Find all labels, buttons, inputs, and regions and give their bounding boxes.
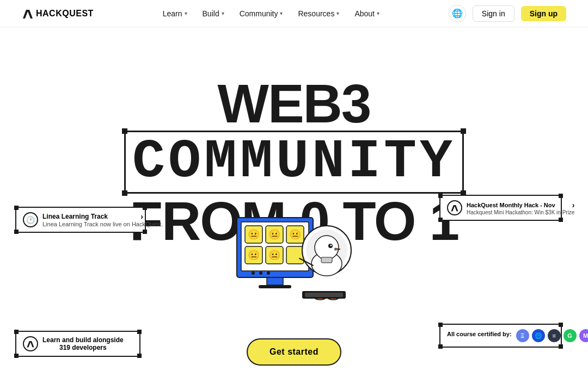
nav-community[interactable]: Community ▾ xyxy=(240,9,283,18)
learn-card-title: Learn and build alongside xyxy=(42,336,124,344)
hero-line1: WEB3 xyxy=(0,76,588,131)
corner-tr xyxy=(559,194,563,198)
corner-tl xyxy=(438,323,443,327)
corner-tl xyxy=(438,194,443,198)
m-icon: M xyxy=(579,329,588,342)
lines-icon: ≡ xyxy=(548,329,561,342)
svg-point-17 xyxy=(259,271,262,275)
corner-br xyxy=(143,230,147,234)
corner-tr xyxy=(137,330,142,334)
svg-point-22 xyxy=(315,236,339,259)
hero-line2: COMMUNITY xyxy=(124,131,464,194)
monthly-card-subtitle: Hackquest Mini Hackathon: Win $3K in Pri… xyxy=(467,209,574,215)
hero-section: WEB3 COMMUNITY FROM 0 TO 1 😐 😐 😐 😐 xyxy=(0,27,588,371)
learn-card-content: Learn and build alongside 319 developers xyxy=(42,336,124,351)
hero-illustration: 😐 😐 😐 😐 😐 xyxy=(220,207,367,323)
svg-rect-14 xyxy=(267,277,283,285)
svg-marker-32 xyxy=(27,341,34,348)
nav-about[interactable]: About ▾ xyxy=(354,9,379,18)
chevron-icon: ▾ xyxy=(336,10,339,16)
svg-rect-15 xyxy=(259,285,291,288)
monthly-card-title: HackQuest Monthly Hack - Nov › xyxy=(467,201,574,209)
logo-icon xyxy=(22,8,34,20)
chevron-icon: ▾ xyxy=(280,10,283,16)
svg-marker-0 xyxy=(23,10,33,18)
corner-tl xyxy=(14,206,19,210)
cert-icons-row: Ξ 🌐 ≡ G M ◑ ◑ ⬡ xyxy=(516,329,588,342)
corner-tl xyxy=(14,330,19,334)
svg-marker-33 xyxy=(451,205,458,212)
corner-br xyxy=(559,218,563,222)
corner-br xyxy=(137,354,142,358)
svg-text:😐: 😐 xyxy=(248,228,260,240)
signup-button[interactable]: Sign up xyxy=(521,6,566,21)
chevron-icon: ▾ xyxy=(377,10,379,16)
corner-bl xyxy=(438,218,443,222)
chevron-icon: ▾ xyxy=(222,10,224,16)
nav-learn[interactable]: Learn ▾ xyxy=(163,9,187,18)
nav-resources[interactable]: Resources ▾ xyxy=(298,9,339,18)
arrow-icon: › xyxy=(140,212,143,221)
nav-build[interactable]: Build ▾ xyxy=(203,9,224,18)
language-button[interactable]: 🌐 xyxy=(449,5,466,22)
learn-card[interactable]: Learn and build alongside 319 developers xyxy=(15,331,140,357)
linea-card-title: Linea Learning Track › xyxy=(42,212,143,221)
corner-tr xyxy=(559,323,563,327)
svg-text:😐: 😐 xyxy=(289,228,302,240)
chevron-icon: ▾ xyxy=(185,10,187,16)
certified-card[interactable]: All course certified by: Ξ 🌐 ≡ G M ◑ ◑ ⬡ xyxy=(439,324,562,348)
signin-button[interactable]: Sign in xyxy=(473,5,514,22)
corner-tr xyxy=(143,206,147,210)
svg-text:😐: 😐 xyxy=(248,249,260,261)
svg-rect-26 xyxy=(321,257,332,263)
g-icon: G xyxy=(564,329,577,342)
monthly-card[interactable]: HackQuest Monthly Hack - Nov › Hackquest… xyxy=(439,195,562,221)
corner-bl xyxy=(14,354,19,358)
svg-rect-13 xyxy=(286,246,304,264)
svg-point-18 xyxy=(267,271,270,275)
clock-icon: 🕐 xyxy=(23,212,38,227)
corner-bl xyxy=(438,344,443,349)
nav-actions: 🌐 Sign in Sign up xyxy=(449,5,566,22)
corner-decoration xyxy=(461,128,466,134)
corner-decoration xyxy=(122,128,127,134)
navbar: HACKQUEST Learn ▾ Build ▾ Community ▾ Re… xyxy=(0,0,588,27)
logo-text: HACKQUEST xyxy=(36,9,94,18)
corner-br xyxy=(559,344,563,349)
linea-card-subtitle: Linea Learning Track now live on HackQue… xyxy=(42,221,163,227)
globe-cert-icon: 🌐 xyxy=(532,329,545,342)
hackquest-logo-icon xyxy=(447,200,462,215)
monthly-card-content: HackQuest Monthly Hack - Nov › Hackquest… xyxy=(467,201,574,215)
logo[interactable]: HACKQUEST xyxy=(22,8,94,20)
hackquest-mini-icon xyxy=(23,336,38,351)
learn-card-count: 319 developers xyxy=(42,344,124,351)
arrow-icon: › xyxy=(572,201,575,209)
get-started-button[interactable]: Get started xyxy=(247,338,341,366)
svg-text:😐: 😐 xyxy=(268,249,281,261)
nav-links: Learn ▾ Build ▾ Community ▾ Resources ▾ … xyxy=(163,9,379,18)
svg-point-24 xyxy=(330,245,332,246)
corner-bl xyxy=(14,230,19,234)
svg-text:😐: 😐 xyxy=(268,228,281,240)
svg-rect-31 xyxy=(305,293,343,297)
eth-icon: Ξ xyxy=(516,329,529,342)
svg-point-16 xyxy=(252,271,255,275)
linea-card-content: Linea Learning Track › Linea Learning Tr… xyxy=(42,212,163,227)
hero-line2-wrapper: COMMUNITY xyxy=(124,131,464,194)
certified-title: All course certified by: xyxy=(447,331,512,337)
linea-card[interactable]: 🕐 Linea Learning Track › Linea Learning … xyxy=(15,207,146,233)
corner-decoration xyxy=(122,190,127,196)
